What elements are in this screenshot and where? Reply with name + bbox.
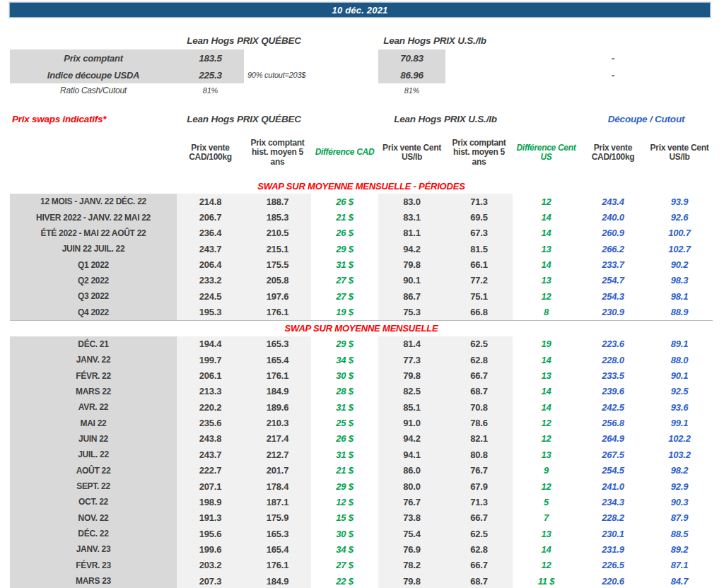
prix-comptant-hist-cad: 178.4: [244, 478, 311, 494]
cutout-us: 87.9: [646, 512, 713, 523]
difference-us: 13: [513, 275, 580, 286]
column-header-difference-us: Différence Cent US: [513, 143, 580, 163]
section-title: SWAP SUR MOYENNE MENSUELLE: [10, 320, 713, 336]
difference-cad: 29 $: [311, 244, 378, 254]
prix-comptant-hist-us: 80.8: [445, 447, 513, 462]
prix-vente-cad: 243.7: [177, 447, 244, 462]
cutout-us: 102.7: [646, 244, 713, 254]
table-row: MAI 22235.6210.325 $91.078.612256.899.1: [10, 415, 713, 430]
prix-comptant-hist-us: 82.1: [445, 431, 513, 447]
prix-comptant-hist-cad: 188.7: [244, 194, 311, 209]
prix-comptant-hist-us: 77.2: [445, 273, 513, 288]
prix-comptant-hist-cad: 197.6: [244, 288, 311, 304]
difference-cad: 21 $: [311, 465, 378, 476]
prix-comptant-hist-cad: 184.9: [244, 384, 311, 399]
table-row: Q3 2022224.5197.627 $86.775.112254.398.1: [10, 288, 713, 304]
prix-comptant-hist-cad: 187.1: [244, 494, 311, 510]
difference-cad: 25 $: [311, 418, 378, 428]
cutout-cad: 254.3: [580, 291, 646, 302]
cutout-us: 92.6: [646, 212, 713, 223]
difference-cad: 30 $: [311, 370, 378, 381]
prix-vente-cad: 233.2: [177, 273, 244, 288]
prix-comptant-hist-cad: 217.4: [244, 431, 311, 447]
cutout-cad: 254.7: [580, 275, 646, 286]
prix-comptant-hist-us: 66.7: [445, 510, 513, 526]
difference-us: 12: [513, 560, 580, 570]
prix-vente-cad: 206.4: [177, 257, 244, 272]
section-title: SWAP SUR MOYENNE MENSUELLE - PÉRIODES: [10, 179, 713, 194]
prix-comptant-hist-cad: 176.1: [244, 304, 311, 319]
difference-us: 14: [513, 355, 580, 365]
table-row: OCT. 22198.9187.112 $76.771.35234.390.3: [10, 494, 713, 510]
cutout-us: 92.9: [646, 481, 713, 492]
difference-us: 12: [513, 291, 580, 302]
table-row: MARS 22213.3184.928 $82.568.714239.692.5: [10, 384, 713, 399]
prix-comptant-hist-cad: 189.6: [244, 399, 311, 415]
cutout-cad: 220.6: [580, 576, 646, 587]
difference-cad: 34 $: [311, 544, 378, 555]
row-label: Q1 2022: [10, 257, 177, 272]
difference-cad: 31 $: [311, 449, 378, 460]
prix-comptant-hist-cad: 215.1: [244, 241, 311, 257]
cutout-cad: 256.8: [580, 418, 646, 428]
report-date: 10 déc. 2021: [332, 5, 387, 16]
prix-vente-us: 76.7: [378, 494, 445, 510]
table-row: ÉTÉ 2022 - MAI 22 AOÛT 22236.4210.526 $8…: [10, 225, 713, 241]
cutout-cad: 230.1: [580, 529, 646, 539]
difference-us: 9: [513, 465, 580, 476]
spot-value-us: 81%: [378, 86, 445, 95]
prix-vente-us: 76.9: [378, 541, 445, 557]
prix-vente-cad: 243.7: [177, 241, 244, 257]
difference-cad: 22 $: [311, 576, 378, 587]
difference-us: 5: [513, 497, 580, 507]
difference-cad: 21 $: [311, 212, 378, 223]
prix-vente-us: 79.8: [378, 368, 445, 383]
row-label: AVR. 22: [10, 399, 177, 415]
difference-us: 12: [513, 196, 580, 207]
difference-us: 14: [513, 544, 580, 555]
row-label: FÉVR. 23: [10, 558, 177, 573]
prix-comptant-hist-us: 81.5: [445, 241, 513, 257]
prix-comptant-hist-us: 66.7: [445, 558, 513, 573]
cutout-cad: 233.7: [580, 259, 646, 270]
prix-vente-cad: 195.3: [177, 304, 244, 319]
prix-comptant-hist-cad: 205.8: [244, 273, 311, 288]
column-header-difference-cad: Différence CAD: [311, 148, 378, 158]
prix-vente-us: 75.4: [378, 526, 445, 541]
row-label: Q2 2022: [10, 273, 177, 288]
prix-vente-us: 82.5: [378, 384, 445, 399]
prix-vente-cad: 206.7: [177, 209, 244, 225]
prix-vente-us: 81.1: [378, 225, 445, 241]
spot-cutout-dash: -: [580, 53, 646, 64]
prix-vente-cad: 235.6: [177, 415, 244, 430]
prix-comptant-hist-us: 71.3: [445, 494, 513, 510]
prix-comptant-hist-cad: 210.5: [244, 225, 311, 241]
difference-cad: 29 $: [311, 339, 378, 349]
cutout-us: 99.1: [646, 418, 713, 428]
column-header-cutout-us: Prix vente Cent US/lb: [646, 143, 713, 163]
spot-note-cutout: 90% cutout=203$: [244, 71, 378, 79]
price-report-page: 10 déc. 2021 Lean Hogs PRIX QUÉBEC Lean …: [0, 0, 724, 588]
prix-comptant-hist-cad: 212.7: [244, 447, 311, 462]
prix-vente-cad: 214.8: [177, 194, 244, 209]
prix-vente-cad: 207.1: [177, 478, 244, 494]
prix-vente-us: 73.8: [378, 510, 445, 526]
difference-cad: 19 $: [311, 307, 378, 317]
difference-us: 13: [513, 370, 580, 381]
cutout-cad: 242.5: [580, 402, 646, 413]
prix-comptant-hist-cad: 184.9: [244, 573, 311, 588]
prix-vente-us: 78.2: [378, 558, 445, 573]
cutout-cad: 234.3: [580, 497, 646, 507]
cutout-us: 92.5: [646, 386, 713, 396]
difference-us: 12: [513, 418, 580, 428]
column-header-hist-us: Prix comptant hist. moyen 5 ans: [445, 139, 513, 167]
prix-comptant-hist-cad: 185.3: [244, 209, 311, 225]
difference-cad: 15 $: [311, 512, 378, 523]
difference-us: 14: [513, 212, 580, 223]
row-label: AOÛT 22: [10, 463, 177, 478]
row-label: JUIN 22 JUIL. 22: [10, 241, 177, 257]
prix-comptant-hist-us: 75.1: [445, 288, 513, 304]
prix-comptant-hist-us: 68.7: [445, 573, 513, 588]
prix-comptant-hist-cad: 165.4: [244, 352, 311, 368]
cutout-us: 87.1: [646, 560, 713, 570]
